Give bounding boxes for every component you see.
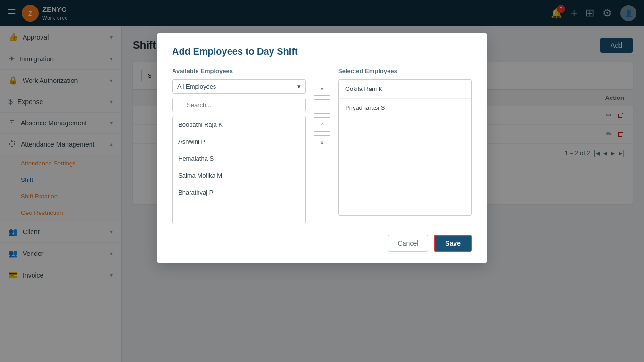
list-item[interactable]: Salma Mofika M <box>173 167 305 184</box>
selected-employees-col: Selected Employees Gokila Rani K Priyadh… <box>338 67 472 216</box>
selected-label: Selected Employees <box>338 67 472 74</box>
modal-columns: Available Employees All Employees ▾ 🔍 Bo… <box>172 67 472 224</box>
modal-overlay: Add Employees to Day Shift Available Emp… <box>0 0 644 362</box>
dropdown-value: All Employees <box>177 83 216 90</box>
transfer-left-button[interactable]: ‹ <box>314 117 330 132</box>
list-item[interactable]: Gokila Rani K <box>339 80 471 99</box>
available-employee-list: Boopathi Raja K Ashwini P Hemalatha S Sa… <box>172 116 306 224</box>
employee-filter-dropdown[interactable]: All Employees ▾ <box>172 79 306 94</box>
list-item[interactable]: Bharathvaj P <box>173 184 305 201</box>
available-employees-col: Available Employees All Employees ▾ 🔍 Bo… <box>172 67 306 224</box>
available-label: Available Employees <box>172 67 306 74</box>
employee-search-input[interactable] <box>172 98 306 112</box>
transfer-controls: » › ‹ « <box>314 67 330 149</box>
transfer-all-right-button[interactable]: » <box>314 82 330 96</box>
transfer-all-left-button[interactable]: « <box>314 135 330 149</box>
list-item[interactable]: Boopathi Raja K <box>173 116 305 133</box>
modal-title: Add Employees to Day Shift <box>172 46 472 57</box>
transfer-right-button[interactable]: › <box>314 99 330 114</box>
list-item[interactable]: Hemalatha S <box>173 150 305 167</box>
selected-employee-list: Gokila Rani K Priyadharasi S <box>338 79 472 216</box>
list-item[interactable]: Priyadharasi S <box>339 99 471 117</box>
cancel-button[interactable]: Cancel <box>388 235 429 252</box>
search-wrap: 🔍 <box>172 98 306 114</box>
list-item[interactable]: Ashwini P <box>173 133 305 150</box>
dropdown-chevron-icon: ▾ <box>297 83 301 90</box>
save-button[interactable]: Save <box>434 235 472 252</box>
modal: Add Employees to Day Shift Available Emp… <box>157 33 487 263</box>
modal-footer: Cancel Save <box>172 235 472 252</box>
